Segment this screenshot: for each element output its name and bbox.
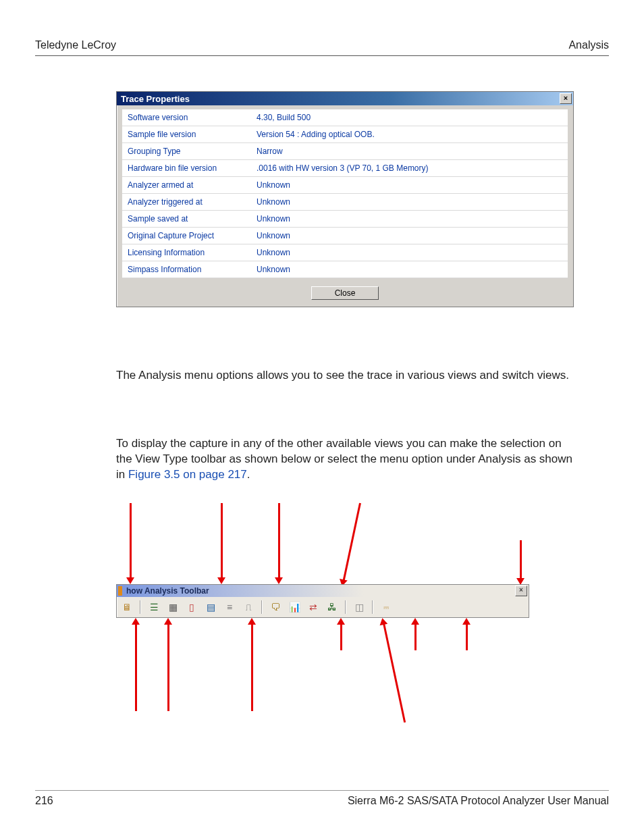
annotation-arrow xyxy=(251,623,253,711)
table-row: Simpass InformationUnknown xyxy=(122,261,568,278)
page-header: Teledyne LeCroy Analysis xyxy=(35,39,609,56)
property-key: Hardware bin file version xyxy=(122,160,251,177)
header-right: Analysis xyxy=(568,39,609,51)
table-row: Licensing InformationUnknown xyxy=(122,244,568,261)
flow-icon[interactable]: ⇄ xyxy=(306,600,321,614)
toolbar-separator xyxy=(140,600,141,614)
toolbar-titlebar: how Analysis Toolbar × xyxy=(117,585,529,597)
property-value: Unknown xyxy=(251,211,568,228)
property-key: Software version xyxy=(122,109,251,126)
property-key: Sample file version xyxy=(122,126,251,143)
dialog-body: Software version4.30, Build 500Sample fi… xyxy=(117,105,573,307)
annotation-arrow xyxy=(278,503,280,579)
property-key: Original Capture Project xyxy=(122,228,251,244)
toolbar-figure: how Analysis Toolbar × 🖥☰▦▯▤≡⎍🗨📊⇄🖧◫⎓ xyxy=(116,503,541,733)
toolbar-separator xyxy=(261,600,263,614)
table-row: Software version4.30, Build 500 xyxy=(122,109,568,126)
figure-link[interactable]: Figure 3.5 on page 217 xyxy=(128,468,247,481)
property-value: Version 54 : Adding optical OOB. xyxy=(251,126,568,143)
property-key: Sample saved at xyxy=(122,211,251,228)
table-row: Grouping TypeNarrow xyxy=(122,143,568,160)
list-icon[interactable]: ☰ xyxy=(146,600,161,614)
close-icon[interactable]: × xyxy=(560,93,572,104)
body-text: The Analysis menu options allows you to … xyxy=(116,368,575,483)
paragraph-1: The Analysis menu options allows you to … xyxy=(116,368,575,384)
compare-icon[interactable]: ◫ xyxy=(352,600,367,614)
annotation-arrow xyxy=(340,623,342,650)
property-key: Analyzer armed at xyxy=(122,177,251,194)
table-row: Analyzer triggered atUnknown xyxy=(122,194,568,211)
grid-icon[interactable]: ▦ xyxy=(165,600,180,614)
page-number: 216 xyxy=(35,795,53,807)
toolbar-title-text: how Analysis Toolbar xyxy=(119,586,515,596)
property-value: Narrow xyxy=(251,143,568,160)
dialog-title: Trace Properties xyxy=(121,94,190,104)
toolbar-separator xyxy=(372,600,373,614)
wave-icon[interactable]: ⎍ xyxy=(241,600,256,614)
property-value: Unknown xyxy=(251,228,568,244)
close-button[interactable]: Close xyxy=(311,286,379,300)
annotation-arrow xyxy=(221,503,223,579)
doc-icon[interactable]: ▤ xyxy=(203,600,218,614)
toolbar-grip xyxy=(118,586,122,596)
paragraph-2b: . xyxy=(247,468,250,481)
annotation-arrow xyxy=(383,623,406,722)
dialog-titlebar: Trace Properties × xyxy=(117,92,573,105)
property-key: Analyzer triggered at xyxy=(122,194,251,211)
toolbar-separator xyxy=(345,600,346,614)
rows-icon[interactable]: ≡ xyxy=(222,600,237,614)
annotation-arrow xyxy=(167,623,169,711)
property-value: Unknown xyxy=(251,194,568,211)
header-left: Teledyne LeCroy xyxy=(35,39,116,51)
manual-title: Sierra M6-2 SAS/SATA Protocol Analyzer U… xyxy=(348,795,609,807)
annotation-arrow xyxy=(466,623,468,650)
property-value: 4.30, Build 500 xyxy=(251,109,568,126)
annotation-arrow xyxy=(342,502,360,581)
trace-properties-dialog: Trace Properties × Software version4.30,… xyxy=(116,91,574,307)
property-value: .0016 with HW version 3 (VP 70, 1 GB Mem… xyxy=(251,160,568,177)
close-icon[interactable]: × xyxy=(515,585,527,596)
property-value: Unknown xyxy=(251,177,568,194)
annotation-arrow xyxy=(520,540,522,579)
properties-table: Software version4.30, Build 500Sample fi… xyxy=(122,109,568,278)
table-row: Original Capture ProjectUnknown xyxy=(122,228,568,244)
annotation-arrow xyxy=(135,623,137,711)
bus-icon[interactable]: ⎓ xyxy=(379,600,394,614)
panel-icon[interactable]: ▯ xyxy=(184,600,199,614)
table-row: Sample saved atUnknown xyxy=(122,211,568,228)
chat-icon[interactable]: 🗨 xyxy=(268,600,283,614)
property-key: Grouping Type xyxy=(122,143,251,160)
tree-icon[interactable]: 🖧 xyxy=(325,600,340,614)
property-value: Unknown xyxy=(251,261,568,278)
chart-icon[interactable]: 📊 xyxy=(287,600,302,614)
table-row: Sample file versionVersion 54 : Adding o… xyxy=(122,126,568,143)
page-footer: 216 Sierra M6-2 SAS/SATA Protocol Analyz… xyxy=(35,790,609,807)
table-row: Hardware bin file version.0016 with HW v… xyxy=(122,160,568,177)
columns-icon[interactable]: 🖥 xyxy=(119,600,134,614)
annotation-arrow xyxy=(414,623,417,650)
annotation-arrow xyxy=(130,503,132,579)
paragraph-2: To display the capture in any of the oth… xyxy=(116,436,575,483)
property-value: Unknown xyxy=(251,244,568,261)
property-key: Licensing Information xyxy=(122,244,251,261)
property-key: Simpass Information xyxy=(122,261,251,278)
toolbar-icon-row: 🖥☰▦▯▤≡⎍🗨📊⇄🖧◫⎓ xyxy=(117,597,529,617)
analysis-toolbar: how Analysis Toolbar × 🖥☰▦▯▤≡⎍🗨📊⇄🖧◫⎓ xyxy=(116,584,529,618)
table-row: Analyzer armed atUnknown xyxy=(122,177,568,194)
